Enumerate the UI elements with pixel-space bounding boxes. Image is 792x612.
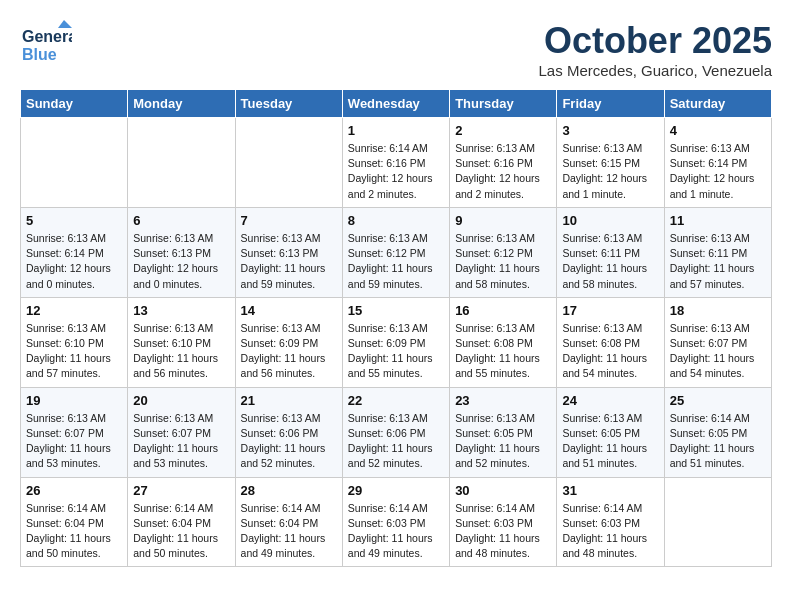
- day-number: 30: [455, 483, 551, 498]
- calendar-cell: 11Sunrise: 6:13 AMSunset: 6:11 PMDayligh…: [664, 207, 771, 297]
- page-header: General Blue October 2025 Las Mercedes, …: [20, 20, 772, 79]
- day-number: 5: [26, 213, 122, 228]
- day-info: Sunrise: 6:14 AMSunset: 6:05 PMDaylight:…: [670, 411, 766, 472]
- calendar-cell: 14Sunrise: 6:13 AMSunset: 6:09 PMDayligh…: [235, 297, 342, 387]
- day-info: Sunrise: 6:14 AMSunset: 6:03 PMDaylight:…: [455, 501, 551, 562]
- day-info: Sunrise: 6:13 AMSunset: 6:08 PMDaylight:…: [455, 321, 551, 382]
- day-number: 31: [562, 483, 658, 498]
- day-info: Sunrise: 6:13 AMSunset: 6:07 PMDaylight:…: [133, 411, 229, 472]
- title-area: October 2025 Las Mercedes, Guarico, Vene…: [539, 20, 772, 79]
- calendar-cell: 18Sunrise: 6:13 AMSunset: 6:07 PMDayligh…: [664, 297, 771, 387]
- calendar-cell: 26Sunrise: 6:14 AMSunset: 6:04 PMDayligh…: [21, 477, 128, 567]
- day-info: Sunrise: 6:13 AMSunset: 6:12 PMDaylight:…: [455, 231, 551, 292]
- day-info: Sunrise: 6:14 AMSunset: 6:04 PMDaylight:…: [241, 501, 337, 562]
- calendar-cell: 24Sunrise: 6:13 AMSunset: 6:05 PMDayligh…: [557, 387, 664, 477]
- day-number: 20: [133, 393, 229, 408]
- day-number: 10: [562, 213, 658, 228]
- calendar-cell: 1Sunrise: 6:14 AMSunset: 6:16 PMDaylight…: [342, 118, 449, 208]
- calendar-cell: 8Sunrise: 6:13 AMSunset: 6:12 PMDaylight…: [342, 207, 449, 297]
- weekday-header: Monday: [128, 90, 235, 118]
- calendar-cell: 27Sunrise: 6:14 AMSunset: 6:04 PMDayligh…: [128, 477, 235, 567]
- day-info: Sunrise: 6:14 AMSunset: 6:04 PMDaylight:…: [26, 501, 122, 562]
- calendar-cell: 19Sunrise: 6:13 AMSunset: 6:07 PMDayligh…: [21, 387, 128, 477]
- day-info: Sunrise: 6:13 AMSunset: 6:06 PMDaylight:…: [241, 411, 337, 472]
- day-number: 11: [670, 213, 766, 228]
- day-number: 4: [670, 123, 766, 138]
- day-number: 28: [241, 483, 337, 498]
- calendar-table: SundayMondayTuesdayWednesdayThursdayFrid…: [20, 89, 772, 567]
- day-info: Sunrise: 6:14 AMSunset: 6:04 PMDaylight:…: [133, 501, 229, 562]
- logo: General Blue: [20, 20, 72, 68]
- day-info: Sunrise: 6:13 AMSunset: 6:12 PMDaylight:…: [348, 231, 444, 292]
- day-info: Sunrise: 6:13 AMSunset: 6:11 PMDaylight:…: [562, 231, 658, 292]
- calendar-cell: 13Sunrise: 6:13 AMSunset: 6:10 PMDayligh…: [128, 297, 235, 387]
- calendar-cell: 10Sunrise: 6:13 AMSunset: 6:11 PMDayligh…: [557, 207, 664, 297]
- day-number: 15: [348, 303, 444, 318]
- day-info: Sunrise: 6:13 AMSunset: 6:05 PMDaylight:…: [455, 411, 551, 472]
- day-number: 21: [241, 393, 337, 408]
- day-info: Sunrise: 6:13 AMSunset: 6:11 PMDaylight:…: [670, 231, 766, 292]
- day-number: 24: [562, 393, 658, 408]
- weekday-row: SundayMondayTuesdayWednesdayThursdayFrid…: [21, 90, 772, 118]
- day-info: Sunrise: 6:13 AMSunset: 6:08 PMDaylight:…: [562, 321, 658, 382]
- day-number: 13: [133, 303, 229, 318]
- day-info: Sunrise: 6:13 AMSunset: 6:10 PMDaylight:…: [26, 321, 122, 382]
- day-number: 23: [455, 393, 551, 408]
- day-number: 22: [348, 393, 444, 408]
- weekday-header: Thursday: [450, 90, 557, 118]
- weekday-header: Saturday: [664, 90, 771, 118]
- day-number: 6: [133, 213, 229, 228]
- weekday-header: Wednesday: [342, 90, 449, 118]
- svg-text:Blue: Blue: [22, 46, 57, 63]
- calendar-week-row: 12Sunrise: 6:13 AMSunset: 6:10 PMDayligh…: [21, 297, 772, 387]
- calendar-cell: 23Sunrise: 6:13 AMSunset: 6:05 PMDayligh…: [450, 387, 557, 477]
- day-info: Sunrise: 6:13 AMSunset: 6:07 PMDaylight:…: [26, 411, 122, 472]
- day-number: 3: [562, 123, 658, 138]
- weekday-header: Sunday: [21, 90, 128, 118]
- day-info: Sunrise: 6:13 AMSunset: 6:09 PMDaylight:…: [241, 321, 337, 382]
- calendar-cell: 25Sunrise: 6:14 AMSunset: 6:05 PMDayligh…: [664, 387, 771, 477]
- day-number: 17: [562, 303, 658, 318]
- calendar-week-row: 26Sunrise: 6:14 AMSunset: 6:04 PMDayligh…: [21, 477, 772, 567]
- calendar-cell: 12Sunrise: 6:13 AMSunset: 6:10 PMDayligh…: [21, 297, 128, 387]
- day-number: 9: [455, 213, 551, 228]
- calendar-cell: 28Sunrise: 6:14 AMSunset: 6:04 PMDayligh…: [235, 477, 342, 567]
- svg-marker-2: [58, 20, 72, 28]
- day-info: Sunrise: 6:13 AMSunset: 6:16 PMDaylight:…: [455, 141, 551, 202]
- calendar-cell: 9Sunrise: 6:13 AMSunset: 6:12 PMDaylight…: [450, 207, 557, 297]
- day-number: 16: [455, 303, 551, 318]
- location: Las Mercedes, Guarico, Venezuela: [539, 62, 772, 79]
- day-info: Sunrise: 6:13 AMSunset: 6:10 PMDaylight:…: [133, 321, 229, 382]
- day-info: Sunrise: 6:13 AMSunset: 6:14 PMDaylight:…: [26, 231, 122, 292]
- calendar-header: SundayMondayTuesdayWednesdayThursdayFrid…: [21, 90, 772, 118]
- day-info: Sunrise: 6:13 AMSunset: 6:15 PMDaylight:…: [562, 141, 658, 202]
- day-number: 19: [26, 393, 122, 408]
- calendar-cell: 31Sunrise: 6:14 AMSunset: 6:03 PMDayligh…: [557, 477, 664, 567]
- calendar-cell: 5Sunrise: 6:13 AMSunset: 6:14 PMDaylight…: [21, 207, 128, 297]
- day-info: Sunrise: 6:13 AMSunset: 6:06 PMDaylight:…: [348, 411, 444, 472]
- day-info: Sunrise: 6:13 AMSunset: 6:05 PMDaylight:…: [562, 411, 658, 472]
- day-info: Sunrise: 6:13 AMSunset: 6:13 PMDaylight:…: [241, 231, 337, 292]
- day-info: Sunrise: 6:13 AMSunset: 6:13 PMDaylight:…: [133, 231, 229, 292]
- calendar-cell: [128, 118, 235, 208]
- calendar-cell: 16Sunrise: 6:13 AMSunset: 6:08 PMDayligh…: [450, 297, 557, 387]
- day-number: 7: [241, 213, 337, 228]
- calendar-cell: [235, 118, 342, 208]
- day-number: 29: [348, 483, 444, 498]
- month-title: October 2025: [539, 20, 772, 62]
- day-number: 14: [241, 303, 337, 318]
- weekday-header: Friday: [557, 90, 664, 118]
- day-number: 1: [348, 123, 444, 138]
- calendar-cell: 2Sunrise: 6:13 AMSunset: 6:16 PMDaylight…: [450, 118, 557, 208]
- calendar-cell: 15Sunrise: 6:13 AMSunset: 6:09 PMDayligh…: [342, 297, 449, 387]
- calendar-cell: 20Sunrise: 6:13 AMSunset: 6:07 PMDayligh…: [128, 387, 235, 477]
- calendar-cell: 6Sunrise: 6:13 AMSunset: 6:13 PMDaylight…: [128, 207, 235, 297]
- calendar-cell: 29Sunrise: 6:14 AMSunset: 6:03 PMDayligh…: [342, 477, 449, 567]
- day-info: Sunrise: 6:13 AMSunset: 6:07 PMDaylight:…: [670, 321, 766, 382]
- calendar-cell: 4Sunrise: 6:13 AMSunset: 6:14 PMDaylight…: [664, 118, 771, 208]
- day-number: 12: [26, 303, 122, 318]
- day-number: 8: [348, 213, 444, 228]
- day-info: Sunrise: 6:13 AMSunset: 6:14 PMDaylight:…: [670, 141, 766, 202]
- day-number: 25: [670, 393, 766, 408]
- calendar-cell: [664, 477, 771, 567]
